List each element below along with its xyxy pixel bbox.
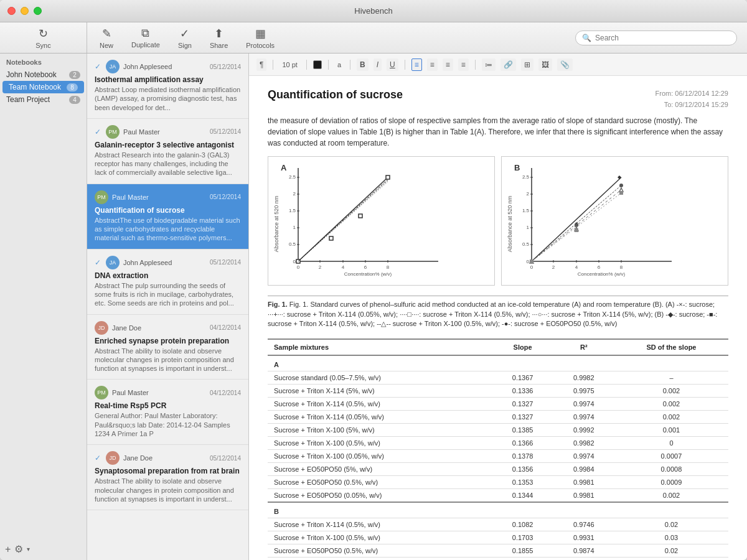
svg-text:1: 1 <box>293 225 296 230</box>
document-header: Quantification of sucrose From: 06/12/20… <box>268 88 728 110</box>
chart-b-wrapper: B Absorbance at 520 nm 0 0.5 1 1.5 <box>501 156 728 286</box>
svg-text:8: 8 <box>620 264 623 270</box>
note-title-5: Real-time Rsp5 PCR <box>95 401 241 410</box>
avatar-4: JD <box>95 321 108 335</box>
note-check-1: ✓ <box>95 128 101 136</box>
duplicate-label: Duplicate <box>131 41 160 49</box>
note-item-5[interactable]: PM Paul Master 04/12/2014 Real-time Rsp5… <box>87 380 248 445</box>
duplicate-button[interactable]: ⧉ Duplicate <box>124 24 168 51</box>
note-title-2: Quantification of sucrose <box>95 206 241 215</box>
note-preview-2: AbstractThe use of biodegradable materia… <box>95 216 241 243</box>
minimize-button[interactable] <box>21 7 29 15</box>
svg-text:0: 0 <box>527 259 530 264</box>
color-swatch[interactable] <box>313 60 322 69</box>
share-button[interactable]: ⬆ Share <box>202 24 236 52</box>
avatar-3: JA <box>106 256 120 269</box>
svg-text:2: 2 <box>293 191 296 197</box>
app-window: Hivebench ↻ Sync ✎ New ⧉ Duplicate ✓ Sig… <box>0 0 747 560</box>
italic-button[interactable]: I <box>374 58 382 71</box>
to-date: To: 09/12/2014 15:29 <box>655 100 728 111</box>
note-preview-5: General Author: Paul Master Laboratory: … <box>95 411 241 438</box>
protocols-button[interactable]: ▦ Protocols <box>238 24 283 52</box>
sign-icon: ✓ <box>180 27 189 40</box>
note-item-2[interactable]: PM Paul Master 05/12/2014 Quantification… <box>87 184 248 250</box>
svg-text:Absorbance at 520 nm: Absorbance at 520 nm <box>273 196 280 253</box>
note-item-6[interactable]: ✓ JD Jane Doe 05/12/2014 Synaptosomal pr… <box>87 445 248 510</box>
note-preview-1: Abstract Research into the galanin-3 (GA… <box>95 151 241 177</box>
chart-b: B Absorbance at 520 nm 0 0.5 1 1.5 <box>507 162 675 280</box>
image-button[interactable]: 🖼 <box>538 58 552 71</box>
table-header-sd: SD of the slope <box>614 339 728 355</box>
avatar-2: PM <box>95 190 108 204</box>
svg-text:4: 4 <box>342 264 345 270</box>
underline-button[interactable]: U <box>387 58 398 71</box>
sidebar-item-john-notebook[interactable]: John Notebook 2 <box>0 68 87 81</box>
sign-button[interactable]: ✓ Sign <box>171 24 200 52</box>
note-item-0[interactable]: ✓ JA John Appleseed 05/12/2014 Isotherma… <box>87 54 248 119</box>
table-row: Sucrose + EO50PO50 (0.5%, w/v)0.13530.99… <box>268 476 728 489</box>
search-input[interactable] <box>595 34 730 42</box>
author-name-0: John Appleseed <box>123 63 172 70</box>
maximize-button[interactable] <box>34 7 42 15</box>
sidebar-item-team-notebook[interactable]: Team Notebook 8 <box>2 81 84 93</box>
align-left-button[interactable]: ≡ <box>411 58 422 71</box>
duplicate-icon: ⧉ <box>141 27 149 40</box>
svg-text:B: B <box>514 163 520 172</box>
team-project-badge: 4 <box>69 96 80 104</box>
note-item-1[interactable]: ✓ PM Paul Master 05/12/2014 Galanin-rece… <box>87 119 248 184</box>
team-notebook-label: Team Notebook <box>9 83 67 91</box>
table-row: Sucrose + Triton X-114 (0.5%, w/v)0.1082… <box>268 518 728 531</box>
svg-text:0: 0 <box>297 264 300 270</box>
align-center-button[interactable]: ≡ <box>427 58 438 71</box>
svg-text:0.5: 0.5 <box>522 241 530 247</box>
note-title-0: Isothermal amplification assay <box>95 75 241 84</box>
table-button[interactable]: ⊞ <box>521 58 533 71</box>
svg-text:A: A <box>281 163 287 172</box>
search-box: 🔍 <box>575 30 737 45</box>
note-item-4[interactable]: JD Jane Doe 04/12/2014 Enriched synapse … <box>87 315 248 380</box>
attachment-button[interactable]: 📎 <box>557 58 573 71</box>
share-label: Share <box>210 42 228 49</box>
sidebar-item-team-project[interactable]: Team Project 4 <box>0 93 87 106</box>
close-button[interactable] <box>7 7 16 15</box>
table-row: Sucrose + EO50PO50 (0.5%, w/v)0.18550.98… <box>268 544 728 558</box>
separator-6 <box>475 60 476 70</box>
svg-rect-73 <box>530 259 533 263</box>
new-button[interactable]: ✎ New <box>92 24 121 52</box>
john-notebook-label: John Notebook <box>6 70 69 79</box>
font-color-btn[interactable]: a <box>335 61 344 68</box>
bold-button[interactable]: B <box>357 58 369 71</box>
svg-text:1.5: 1.5 <box>522 208 530 213</box>
link-button[interactable]: 🔗 <box>500 58 516 71</box>
note-check-3: ✓ <box>95 258 101 267</box>
align-right-button[interactable]: ≡ <box>443 58 453 71</box>
svg-rect-30 <box>386 175 390 179</box>
svg-text:8: 8 <box>387 264 390 270</box>
svg-rect-28 <box>329 236 333 240</box>
svg-text:2: 2 <box>552 264 555 270</box>
note-item-3[interactable]: ✓ JA John Appleseed 05/12/2014 DNA extra… <box>87 250 248 315</box>
note-date-4: 04/12/2014 <box>210 324 241 331</box>
separator-1 <box>273 60 273 70</box>
table-header-r2: R² <box>553 339 614 355</box>
sync-button[interactable]: ↻ Sync <box>35 27 50 49</box>
window-title: Hivebench <box>354 6 392 16</box>
add-notebook-button[interactable]: + <box>5 544 11 555</box>
svg-rect-75 <box>619 191 623 195</box>
list-button[interactable]: ≔ <box>482 58 496 71</box>
note-date-5: 04/12/2014 <box>210 390 241 396</box>
svg-line-32 <box>298 180 388 261</box>
note-title-3: DNA extraction <box>95 271 241 280</box>
fig-caption: Fig. 1. Fig. 1. Standard curves of pheno… <box>268 296 728 329</box>
settings-button[interactable]: ⚙ <box>14 543 23 555</box>
author-name-5: Paul Master <box>112 389 149 396</box>
separator-2 <box>306 60 307 70</box>
paragraph-button[interactable]: ¶ <box>256 58 266 71</box>
svg-text:2: 2 <box>527 191 530 197</box>
note-preview-0: Abstract Loop mediated isothermal amplif… <box>95 85 241 112</box>
settings-chevron[interactable]: ▾ <box>27 546 30 553</box>
svg-marker-63 <box>618 175 621 179</box>
avatar-6: JD <box>106 451 120 465</box>
align-justify-button[interactable]: ≡ <box>458 58 469 71</box>
svg-text:1.5: 1.5 <box>289 208 296 213</box>
